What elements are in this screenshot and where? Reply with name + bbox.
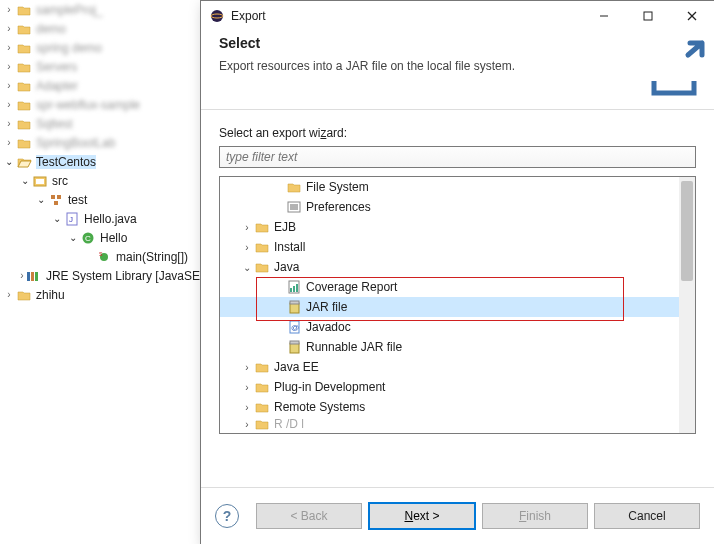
project-explorer[interactable]: › sampleProj_ › demo › spring demo › Ser… (0, 0, 200, 544)
wizard-item-label: Remote Systems (274, 400, 365, 414)
svg-rect-33 (290, 341, 299, 344)
folder-icon (16, 116, 32, 132)
filter-input[interactable] (219, 146, 696, 168)
folder-icon (16, 287, 32, 303)
wizard-tree[interactable]: File SystemPreferences›EJB›Install⌄JavaC… (219, 176, 696, 434)
project-item[interactable]: › spr-webflux-sample (0, 95, 200, 114)
folder-icon (16, 135, 32, 151)
wizard-item[interactable]: Runnable JAR file (220, 337, 679, 357)
jar-icon (286, 299, 302, 315)
wizard-item-label: Plug-in Development (274, 380, 385, 394)
project-item[interactable]: › Adapter (0, 76, 200, 95)
wizard-item[interactable]: ›R /D l (220, 417, 679, 431)
project-item[interactable]: › Sqltest (0, 114, 200, 133)
wizard-item[interactable]: Preferences (220, 197, 679, 217)
export-icon (642, 37, 706, 101)
project-item-zhihu[interactable]: › zhihu (0, 285, 200, 304)
chevron-down-icon[interactable]: ⌄ (50, 213, 64, 224)
project-item[interactable]: › demo (0, 19, 200, 38)
project-label: TestCentos (36, 155, 96, 169)
jre-system-library[interactable]: › JRE System Library [JavaSE (0, 266, 200, 285)
chevron-right-icon[interactable]: › (240, 242, 254, 253)
chevron-right-icon[interactable]: › (2, 4, 16, 15)
chevron-down-icon[interactable]: ⌄ (240, 262, 254, 273)
titlebar[interactable]: Export (201, 1, 714, 31)
wizard-item[interactable]: ›Java EE (220, 357, 679, 377)
help-button[interactable]: ? (215, 504, 239, 528)
project-item[interactable]: › Servers (0, 57, 200, 76)
src-folder[interactable]: ⌄ src (0, 171, 200, 190)
java-method-main[interactable]: s main(String[]) (0, 247, 200, 266)
wizard-item[interactable]: JAR file (220, 297, 679, 317)
chevron-down-icon[interactable]: ⌄ (2, 156, 16, 167)
wizard-item[interactable]: ›Remote Systems (220, 397, 679, 417)
folder-icon (254, 417, 270, 431)
java-class-hello[interactable]: ⌄ C Hello (0, 228, 200, 247)
back-button[interactable]: < Back (256, 503, 362, 529)
package-icon (48, 192, 64, 208)
wizard-item[interactable]: ⌄Java (220, 257, 679, 277)
minimize-button[interactable] (582, 2, 626, 30)
finish-button[interactable]: Finish (482, 503, 588, 529)
chevron-right-icon[interactable]: › (240, 419, 254, 430)
wizard-item-label: Java EE (274, 360, 319, 374)
wizard-item[interactable]: @Javadoc (220, 317, 679, 337)
chevron-right-icon[interactable]: › (240, 382, 254, 393)
method-icon: s (96, 249, 112, 265)
chevron-right-icon[interactable]: › (2, 42, 16, 53)
project-item[interactable]: › sampleProj_ (0, 0, 200, 19)
chevron-right-icon[interactable]: › (2, 99, 16, 110)
wizard-item[interactable]: File System (220, 177, 679, 197)
java-file-icon: J (64, 211, 80, 227)
chevron-right-icon[interactable]: › (2, 23, 16, 34)
chevron-right-icon[interactable]: › (2, 289, 16, 300)
maximize-button[interactable] (626, 2, 670, 30)
project-item[interactable]: › spring demo (0, 38, 200, 57)
chevron-right-icon[interactable]: › (2, 118, 16, 129)
chevron-down-icon[interactable]: ⌄ (18, 175, 32, 186)
wizard-item-label: EJB (274, 220, 296, 234)
src-folder-icon (32, 173, 48, 189)
svg-rect-17 (644, 12, 652, 20)
folder-icon (254, 219, 270, 235)
folder-icon (16, 78, 32, 94)
svg-rect-12 (31, 272, 34, 281)
svg-line-18 (688, 12, 696, 20)
java-file-hello[interactable]: ⌄ J Hello.java (0, 209, 200, 228)
chevron-right-icon[interactable]: › (2, 137, 16, 148)
wizard-item-label: Javadoc (306, 320, 351, 334)
chevron-right-icon[interactable]: › (240, 402, 254, 413)
wizard-item[interactable]: ›Plug-in Development (220, 377, 679, 397)
scrollbar[interactable] (679, 177, 695, 433)
scrollbar-thumb[interactable] (681, 181, 693, 281)
wizard-item[interactable]: ›Install (220, 237, 679, 257)
chevron-right-icon[interactable]: › (2, 80, 16, 91)
next-button[interactable]: Next > (368, 502, 476, 530)
chevron-right-icon[interactable]: › (18, 270, 26, 281)
close-button[interactable] (670, 2, 714, 30)
folder-icon (16, 40, 32, 56)
svg-rect-25 (290, 288, 292, 292)
chevron-down-icon[interactable]: ⌄ (66, 232, 80, 243)
svg-rect-29 (290, 301, 299, 304)
jar-icon (286, 339, 302, 355)
svg-rect-11 (27, 272, 30, 281)
project-item-testcentos[interactable]: ⌄ TestCentos (0, 152, 200, 171)
svg-text:C: C (85, 234, 91, 243)
chevron-right-icon[interactable]: › (240, 222, 254, 233)
wizard-item-label: Coverage Report (306, 280, 397, 294)
wizard-item[interactable]: ›EJB (220, 217, 679, 237)
svg-text:@: @ (291, 323, 299, 332)
project-item[interactable]: › SpringBootLab (0, 133, 200, 152)
chevron-down-icon[interactable]: ⌄ (34, 194, 48, 205)
wizard-footer: ? < Back Next > Finish Cancel (201, 487, 714, 544)
chevron-right-icon[interactable]: › (2, 61, 16, 72)
cancel-button[interactable]: Cancel (594, 503, 700, 529)
chevron-right-icon[interactable]: › (240, 362, 254, 373)
wizard-item-label: R /D l (274, 417, 304, 431)
wizard-item-label: File System (306, 180, 369, 194)
folder-icon (254, 259, 270, 275)
wizard-item[interactable]: Coverage Report (220, 277, 679, 297)
wizard-item-label: Preferences (306, 200, 371, 214)
package-test[interactable]: ⌄ test (0, 190, 200, 209)
